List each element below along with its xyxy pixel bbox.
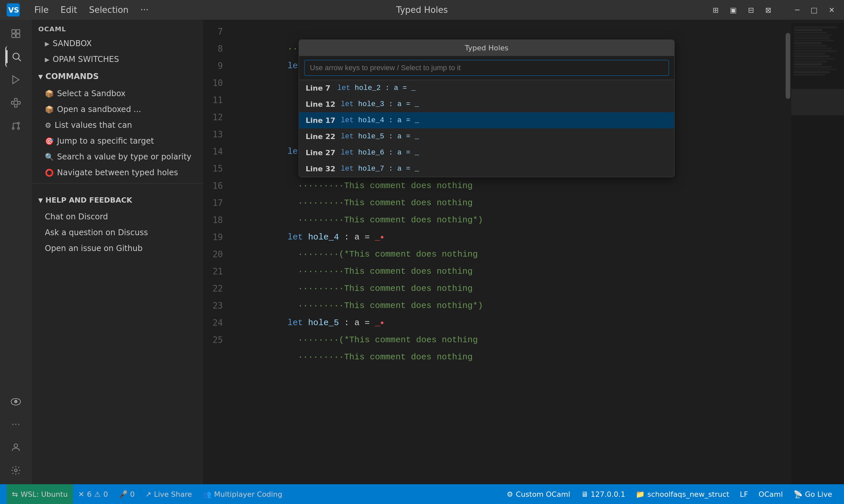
lf-label: LF: [740, 490, 748, 499]
menu-selection[interactable]: Selection: [84, 4, 133, 16]
svg-rect-5: [16, 34, 20, 38]
line-code-1: let hole_3 : a = _: [341, 100, 419, 108]
typed-holes-panel: Typed Holes Line 7 let hole_2 : a = _ Li…: [299, 39, 674, 177]
line-code-3: let hole_5 : a = _: [341, 132, 419, 141]
sidebar-ocaml-header: OCAML: [32, 20, 203, 36]
custom-ocaml-icon: ⚙: [507, 490, 513, 499]
minimap: [791, 23, 844, 484]
activity-docker-icon[interactable]: [5, 391, 27, 412]
sidebar-item-github[interactable]: Open an issue on Github: [32, 240, 203, 256]
sidebar-item-opam[interactable]: ▶ OPAM SWITCHES: [32, 51, 203, 67]
sidebar-item-sandbox[interactable]: ▶ SANDBOX: [32, 36, 203, 51]
sidebar-item-discuss[interactable]: Ask a question on Discuss: [32, 224, 203, 240]
code-line-7: ········(*This comment does nothing*): [236, 23, 778, 40]
editor-scrollbar[interactable]: [785, 23, 791, 484]
editor-area: 7 8 9 10 11 12 13 14 15 16 17 18 19 20 2…: [203, 20, 844, 484]
line-label-5: Line 32: [306, 165, 335, 173]
sidebar-item-discord[interactable]: Chat on Discord: [32, 209, 203, 224]
menu-edit[interactable]: Edit: [56, 4, 82, 16]
close-button[interactable]: ✕: [826, 5, 838, 16]
typed-holes-item-3[interactable]: Line 22 let hole_5 : a = _: [299, 128, 674, 145]
typed-holes-search-input[interactable]: [304, 60, 669, 76]
activity-bar: ···: [0, 20, 32, 484]
typed-holes-list: Line 7 let hole_2 : a = _ Line 12 let ho…: [299, 80, 674, 177]
svg-line-7: [18, 59, 21, 61]
svg-rect-2: [12, 30, 16, 33]
line-label-3: Line 22: [306, 132, 335, 141]
status-errors[interactable]: ✕ 6 ⚠ 0: [73, 484, 113, 504]
status-microphone[interactable]: 🎤 0: [114, 484, 140, 504]
typed-holes-item-4[interactable]: Line 27 let hole_6 : a = _: [299, 145, 674, 161]
wsl-label: WSL: Ubuntu: [20, 490, 68, 499]
svg-rect-12: [15, 104, 17, 107]
svg-point-6: [13, 53, 19, 59]
sidebar-item-navigate-holes[interactable]: ⭕ Navigate between typed holes: [32, 165, 203, 181]
help-header[interactable]: ▼ HELP AND FEEDBACK: [32, 192, 203, 209]
activity-settings-icon[interactable]: [5, 460, 27, 481]
activity-search-icon[interactable]: [5, 46, 27, 67]
commands-header[interactable]: ▼ COMMANDS: [32, 67, 203, 86]
svg-point-13: [12, 127, 14, 129]
activity-ellipsis-icon[interactable]: ···: [5, 414, 27, 435]
maximize-button[interactable]: □: [808, 5, 820, 16]
typed-holes-title: Typed Holes: [299, 40, 674, 56]
line-code-5: let hole_7 : a = _: [341, 165, 419, 173]
line-label-4: Line 27: [306, 148, 335, 157]
live-share-label: Live Share: [154, 490, 192, 499]
status-wsl[interactable]: ⇆ WSL: Ubuntu: [6, 484, 73, 504]
activity-account-icon[interactable]: [5, 437, 27, 458]
line-numbers: 7 8 9 10 11 12 13 14 15 16 17 18 19 20 2…: [203, 23, 229, 484]
line-label-2: Line 17: [306, 116, 335, 125]
opam-arrow-icon: ▶: [45, 56, 49, 63]
svg-point-14: [17, 122, 19, 124]
line-label-0: Line 7: [306, 84, 332, 92]
status-multiplayer[interactable]: 👥 Multiplayer Coding: [197, 484, 288, 504]
minimap-viewport: [791, 89, 844, 115]
commands-arrow-icon: ▼: [38, 73, 43, 80]
status-lf[interactable]: LF: [735, 490, 753, 499]
scrollbar-thumb[interactable]: [786, 33, 790, 99]
svg-marker-8: [13, 76, 19, 84]
activity-explorer-icon[interactable]: [5, 23, 27, 44]
layout-toggle-2[interactable]: ▣: [727, 5, 740, 16]
activity-run-icon[interactable]: [5, 69, 27, 90]
status-workspace[interactable]: 📁 schoolfaqs_new_struct: [630, 490, 734, 499]
menu-file[interactable]: File: [30, 4, 53, 16]
menu-ellipsis[interactable]: ···: [136, 4, 153, 16]
multiplayer-label: Multiplayer Coding: [214, 490, 282, 499]
title-bar: VS File Edit Selection ··· Typed Holes ⊞…: [0, 0, 844, 20]
sidebar-divider: [32, 183, 203, 183]
typed-holes-item-2[interactable]: Line 17 let hole_4 : a = _: [299, 112, 674, 128]
typed-holes-item-0[interactable]: Line 7 let hole_2 : a = _: [299, 80, 674, 96]
svg-point-19: [14, 444, 18, 447]
language-label: OCaml: [759, 490, 783, 499]
svg-rect-11: [17, 102, 20, 104]
status-live-share[interactable]: ↗ Live Share: [140, 484, 197, 504]
sidebar-item-list-values[interactable]: ⚙ List values that can: [32, 117, 203, 133]
status-bar: ⇆ WSL: Ubuntu ✕ 6 ⚠ 0 🎤 0 ↗ Live Share 👥…: [0, 484, 844, 504]
status-go-live[interactable]: 📡 Go Live: [788, 490, 838, 499]
typed-holes-search-wrap: [299, 56, 674, 80]
typed-holes-item-1[interactable]: Line 12 let hole_3 : a = _: [299, 96, 674, 112]
sidebar-item-select-sandbox[interactable]: 📦 Select a Sandbox: [32, 86, 203, 102]
line-label-1: Line 12: [306, 100, 335, 108]
activity-source-control-icon[interactable]: [5, 115, 27, 137]
error-icon: ✕: [78, 490, 84, 499]
sidebar-item-search-value[interactable]: 🔍 Search a value by type or polarity: [32, 149, 203, 165]
activity-extensions-icon[interactable]: [5, 92, 27, 113]
typed-holes-item-5[interactable]: Line 32 let hole_7 : a = _: [299, 161, 674, 177]
help-arrow-icon: ▼: [38, 197, 43, 203]
workspace-icon: 📁: [636, 490, 644, 499]
status-language[interactable]: OCaml: [753, 490, 788, 499]
sidebar-item-open-sandbox[interactable]: 📦 Open a sandboxed ...: [32, 102, 203, 117]
layout-toggle-4[interactable]: ⊠: [762, 5, 774, 16]
svg-point-20: [15, 469, 17, 472]
window-title: Typed Holes: [396, 5, 448, 15]
layout-toggle-3[interactable]: ⊟: [745, 5, 757, 16]
layout-toggle-1[interactable]: ⊞: [710, 5, 721, 16]
sidebar-item-jump-to[interactable]: 🎯 Jump to a specific target: [32, 133, 203, 149]
status-ip[interactable]: 🖥 127.0.0.1: [575, 490, 631, 499]
multiplayer-icon: 👥: [203, 490, 211, 499]
minimize-button[interactable]: ─: [793, 5, 802, 16]
status-custom-ocaml[interactable]: ⚙ Custom OCaml: [501, 490, 575, 499]
